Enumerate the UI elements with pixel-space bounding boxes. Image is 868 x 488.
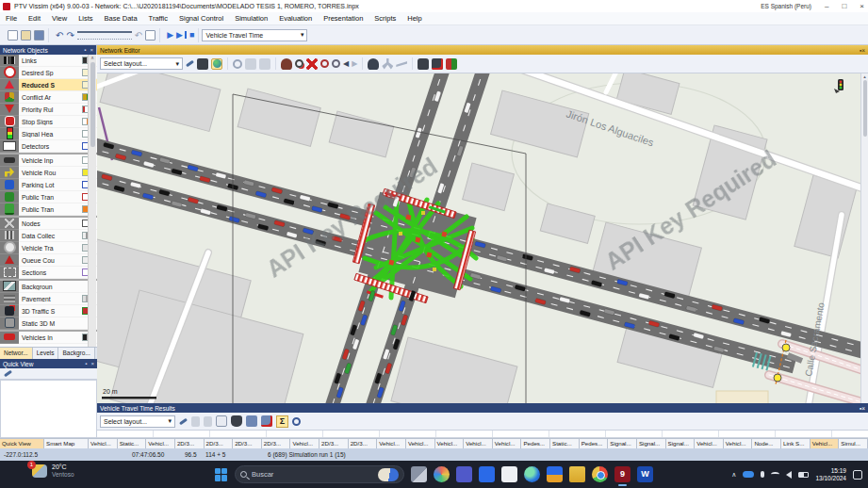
menu-presentation[interactable]: Presentation [318,14,368,23]
tab-smart-map[interactable]: Smart Map [44,439,89,448]
results-tab[interactable]: Pedes... [580,439,609,448]
results-tab[interactable]: 2D/3... [349,439,378,448]
database-icon[interactable] [231,415,242,427]
pin-icon[interactable]: ▪ [85,361,87,366]
results-tab[interactable]: Static... [118,439,147,448]
row-3d-traffic-signals[interactable]: 3D Traffic S [0,305,97,317]
v-app-icon[interactable] [479,466,495,482]
back-arrow-icon[interactable]: ◀ [343,58,349,69]
row-data-collection[interactable]: Data Collec [0,230,97,242]
row-links[interactable]: Links [0,55,97,67]
row-queue-counters[interactable]: Queue Cou [0,254,97,267]
results-panel-header[interactable]: Vehicle Travel Time Results ▪ × [97,403,868,413]
results-tab[interactable]: 2D/3... [319,439,349,448]
pan-mode-icon[interactable] [368,58,379,70]
edge-icon[interactable] [524,466,540,482]
results-tab[interactable]: Static... [550,439,580,448]
menu-file[interactable]: File [0,14,23,23]
results-tab[interactable]: Vehicl... [724,439,753,448]
menu-evaluation[interactable]: Evaluation [273,14,318,23]
menu-signal-control[interactable]: Signal Control [173,14,229,23]
word-icon[interactable]: W [637,466,653,482]
menu-scripts[interactable]: Scripts [368,14,401,23]
redo-icon[interactable]: ↷ [66,30,74,41]
notifications-icon[interactable] [853,470,862,480]
row-detectors[interactable]: Detectors [0,140,97,153]
chrome-icon[interactable] [592,466,608,482]
menu-edit[interactable]: Edit [23,14,46,23]
results-tab[interactable]: Link S... [781,439,811,448]
tab-backgrounds[interactable]: Backgro... [58,348,94,359]
wifi-icon[interactable] [771,472,779,477]
minimize-button[interactable]: – [825,2,828,10]
close-icon[interactable]: × [90,47,93,53]
tab-levels[interactable]: Levels [33,348,59,359]
results-tab[interactable]: Vehicl... [493,439,522,448]
network-editor-header[interactable]: Network Editor ▪ × [97,45,868,55]
save-icon[interactable] [34,30,44,41]
rotate-view-icon[interactable] [233,59,242,69]
row-sections[interactable]: Sections [0,267,97,279]
menu-view[interactable]: View [46,14,73,23]
forward-arrow-icon[interactable]: ▶ [352,58,357,69]
results-tab[interactable]: Vehicl... [435,439,465,448]
results-tab[interactable]: Vehicl... [146,439,175,448]
row-priority-rules[interactable]: Priority Rul [0,104,97,116]
row-pt-stops[interactable]: Public Tran [0,191,97,203]
menu-base-data[interactable]: Base Data [99,14,143,23]
menu-lists[interactable]: Lists [73,14,98,23]
sort-desc-icon[interactable] [204,416,212,427]
undo-icon[interactable]: ↶ [56,30,63,41]
zoom-cursor-icon[interactable] [295,59,303,68]
row-parking-lots[interactable]: Parking Lot [0,179,97,191]
copilot-icon[interactable] [434,466,450,482]
flight-view-icon[interactable] [396,58,407,70]
results-tab[interactable]: Vehicl... [290,439,319,448]
close-icon[interactable]: × [90,361,94,366]
row-static-3d-models[interactable]: Static 3D M [0,317,97,330]
row-conflict-areas[interactable]: Conflict Ar [0,91,97,104]
results-tab[interactable]: Vehicl... [695,439,724,448]
quick-view-body[interactable] [0,380,97,438]
battery-icon[interactable] [798,472,809,478]
toggle-map-globe-icon[interactable] [211,58,222,70]
row-stop-signs[interactable]: Stop Signs [0,116,97,128]
map-scrollbar[interactable]: ▴ [860,73,868,403]
stop-icon[interactable]: ■ [189,30,194,41]
tray-chevron-icon[interactable]: ∧ [731,471,736,479]
simulation-speed-slider[interactable] [77,31,132,40]
paste-icon[interactable] [259,58,270,70]
onedrive-cloud-icon[interactable] [743,471,754,478]
results-tab[interactable]: Signal... [637,439,666,448]
pin-icon[interactable]: ▪ [84,47,86,53]
results-tab[interactable]: Vehicl... [406,439,435,448]
travel-time-selector[interactable]: Vehicle Travel Time ▾ [202,29,307,41]
file-explorer-icon[interactable] [569,466,585,482]
save-icon[interactable] [246,415,257,427]
refresh-icon[interactable]: ↶ [135,30,142,41]
row-pt-lines[interactable]: Public Tran [0,203,97,216]
results-tab[interactable]: 2D/3... [175,439,205,448]
results-layout-selector[interactable]: Select layout... ▾ [100,415,175,428]
zoom-region-icon[interactable] [320,59,329,68]
refresh-time-icon[interactable] [292,417,301,426]
search-input[interactable]: Buscar [235,465,404,483]
row-desired-speed[interactable]: Desired Sp [0,67,97,79]
camera-off-icon[interactable] [432,58,443,70]
copy-icon[interactable] [216,415,227,427]
teams-icon[interactable] [456,466,472,482]
home-icon[interactable] [145,30,156,41]
open-file-icon[interactable] [21,30,31,41]
row-background-images[interactable]: Backgroun [0,281,97,293]
play-icon[interactable]: ▶ [167,30,173,41]
step-icon[interactable]: ▶ [176,30,183,41]
zoom-out-icon[interactable] [332,59,340,68]
close-button[interactable]: × [860,2,864,10]
wrench-icon[interactable] [179,417,188,425]
results-tab[interactable]: 2D/3... [233,439,262,448]
tab-network-objects[interactable]: Networ... [0,348,33,359]
row-vehicle-inputs[interactable]: Vehicle Inp [0,155,97,167]
menu-traffic[interactable]: Traffic [143,14,173,23]
start-button[interactable] [215,468,228,481]
results-tab[interactable]: Signal... [608,439,637,448]
